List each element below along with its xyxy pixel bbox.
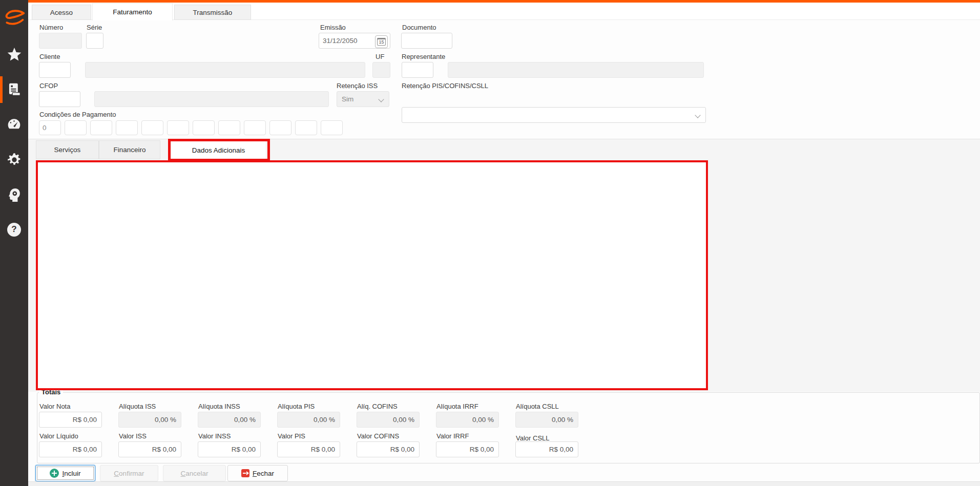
cfop-label: CFOP [39, 82, 58, 90]
cliente-code-field[interactable] [39, 62, 71, 78]
cfop-code-field[interactable] [39, 91, 80, 107]
valor-inss-label: Valor INSS [198, 432, 231, 440]
serie-field[interactable] [86, 33, 103, 49]
tab-transmissao[interactable]: Transmissão [174, 5, 251, 20]
condicao-box-9[interactable] [244, 120, 266, 135]
app-window: ? Acesso Faturamento Transmissão Número … [0, 0, 980, 486]
aliq-cofins-label: Alíq. COFINS [357, 403, 398, 410]
valor-irrf-field[interactable]: R$ 0,00 [436, 441, 499, 457]
tab-label: Acesso [50, 9, 73, 16]
valor-iss-field[interactable]: R$ 0,00 [118, 441, 181, 457]
head-gear-icon [7, 187, 21, 202]
invoice-journal-icon [7, 82, 21, 96]
numero-label: Número [39, 24, 63, 31]
aliquota-pis-label: Alíquota PIS [278, 403, 315, 410]
tab-label: Transmissão [193, 9, 233, 16]
condicao-box-4[interactable] [116, 120, 138, 135]
condicao-box-1[interactable]: 0 [39, 120, 61, 135]
sidebar-item-settings[interactable] [0, 146, 28, 173]
sidebar-item-invoices[interactable] [0, 76, 28, 102]
cliente-label: Cliente [39, 53, 60, 60]
retencao-iss-label: Retenção ISS [337, 82, 378, 90]
retencao-iss-value: Sim [342, 95, 353, 103]
app-logo[interactable] [3, 7, 26, 29]
tab-acesso[interactable]: Acesso [32, 5, 91, 20]
calendar-button[interactable]: 15 [375, 35, 388, 48]
documento-field[interactable] [401, 33, 452, 49]
valor-iss-label: Valor ISS [119, 432, 147, 440]
subtab-financeiro[interactable]: Financeiro [99, 140, 160, 159]
fechar-button[interactable]: Fechar [227, 465, 288, 481]
cancelar-button: Cancelar [163, 465, 226, 481]
tab-label: Faturamento [113, 8, 152, 16]
aliquota-inss-label: Alíquota INSS [198, 403, 240, 410]
condicao-box-11[interactable] [295, 120, 317, 135]
condicoes-pagamento-label: Condições de Pagamento [39, 111, 116, 118]
condicao-box-7[interactable] [193, 120, 215, 135]
condicao-box-8[interactable] [218, 120, 240, 135]
highlight-box-content [36, 160, 708, 390]
valor-nota-label: Valor Nota [39, 403, 70, 410]
emissao-value: 31/12/2050 [323, 37, 358, 45]
sidebar-item-favorites[interactable] [0, 41, 28, 68]
aliquota-inss-field: 0,00 % [198, 412, 261, 428]
emissao-field[interactable]: 31/12/2050 15 [319, 33, 390, 49]
valor-cofins-field[interactable]: R$ 0,00 [357, 441, 420, 457]
condicao-box-3[interactable] [90, 120, 112, 135]
sidebar-item-ai-assistant[interactable] [0, 181, 28, 208]
uf-field [372, 62, 390, 78]
incluir-button[interactable]: Incluir [35, 465, 95, 481]
retencao-pis-label: Retenção PIS/COFINS/CSLL [402, 82, 488, 90]
confirmar-label: Confirmar [114, 470, 144, 477]
aliquota-pis-field: 0,00 % [277, 412, 340, 428]
fechar-label: Fechar [253, 470, 274, 477]
subtab-label: Financeiro [113, 146, 145, 154]
aliquota-iss-field: 0,00 % [118, 412, 181, 428]
star-icon [7, 48, 22, 61]
chevron-down-icon [378, 96, 384, 102]
chevron-down-icon [695, 112, 700, 118]
aliquota-irrf-field: 0,00 % [436, 412, 499, 428]
condicao-box-6[interactable] [167, 120, 189, 135]
tab-faturamento[interactable]: Faturamento [92, 3, 173, 20]
valor-csll-field[interactable]: R$ 0,00 [515, 441, 578, 457]
aliquota-iss-label: Alíquota ISS [119, 403, 156, 410]
numero-field [39, 33, 82, 49]
valor-liquido-field[interactable]: R$ 0,00 [39, 441, 102, 457]
logo-swoosh-icon [3, 8, 26, 28]
emissao-label: Emissão [320, 24, 346, 31]
valor-nota-field[interactable]: R$ 0,00 [39, 412, 102, 428]
sidebar: ? [0, 0, 28, 486]
retencao-pis-select[interactable] [402, 107, 706, 123]
aliquota-irrf-label: Alíquota IRRF [436, 403, 478, 410]
serie-label: Série [87, 24, 102, 31]
question-icon: ? [7, 223, 21, 237]
condicao-box-5[interactable] [141, 120, 163, 135]
sidebar-item-dashboard[interactable] [0, 111, 28, 137]
condicao-box-10[interactable] [269, 120, 291, 135]
valor-inss-field[interactable]: R$ 0,00 [198, 441, 261, 457]
condicao-box-2[interactable] [65, 120, 87, 135]
incluir-label: Incluir [62, 470, 80, 477]
valor-irrf-label: Valor IRRF [436, 432, 469, 440]
valor-cofins-label: Valor COFINS [357, 432, 399, 440]
aliquota-csll-label: Alíquota CSLL [516, 403, 559, 410]
valor-pis-field[interactable]: R$ 0,00 [277, 441, 340, 457]
footer-strip [28, 481, 980, 486]
plus-circle-icon [50, 469, 59, 478]
confirmar-button: Confirmar [100, 465, 158, 481]
representante-description-field [448, 62, 704, 78]
aliq-cofins-field: 0,00 % [357, 412, 420, 428]
representante-label: Representante [402, 53, 445, 60]
representante-code-field[interactable] [402, 62, 433, 78]
calendar-icon: 15 [377, 38, 385, 46]
condicao-box-12[interactable] [321, 120, 343, 135]
sidebar-item-help[interactable]: ? [0, 216, 28, 243]
valor-csll-label: Valor CSLL [516, 434, 550, 442]
retencao-iss-select[interactable]: Sim [337, 91, 389, 107]
uf-label: UF [376, 53, 384, 60]
cliente-description-field [85, 62, 365, 78]
subtab-servicos[interactable]: Serviços [36, 140, 99, 159]
exit-icon [241, 469, 249, 477]
subtab-label: Serviços [54, 146, 81, 154]
